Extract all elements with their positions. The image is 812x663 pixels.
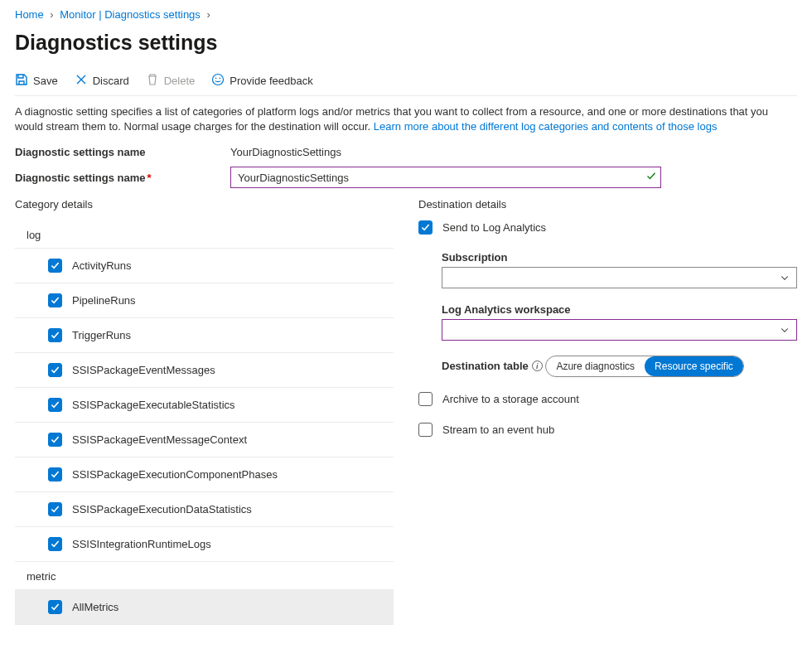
trash-icon [146,73,159,89]
learn-more-link[interactable]: Learn more about the different log categ… [374,120,718,133]
log-item-row: SSISPackageExecutionComponentPhases [15,457,394,492]
subscription-select[interactable] [442,267,797,288]
log-item-row: SSISPackageExecutionDataStatistics [15,492,394,527]
subscription-label: Subscription [442,251,507,264]
log-item-row: ActivityRuns [15,249,394,283]
log-item-label: ActivityRuns [72,259,132,272]
info-icon[interactable]: i [532,361,543,371]
log-item-row: SSISPackageExecutableStatistics [15,388,394,423]
svg-point-2 [220,78,221,80]
delete-button: Delete [146,73,196,89]
description: A diagnostic setting specifies a list of… [15,104,797,134]
name-value-readonly: YourDiagnosticSettings [230,146,341,158]
page-title: Diagnostics settings [15,31,797,55]
save-label: Save [33,75,58,87]
category-column: Category details log ActivityRunsPipelin… [15,198,394,625]
delete-label: Delete [164,75,196,87]
dest-table-label: Destination table [442,360,529,372]
save-icon [15,73,28,89]
close-icon [75,73,88,89]
checkbox[interactable] [48,537,62,551]
checkbox[interactable] [48,363,62,377]
destination-title: Destination details [418,198,797,211]
segment-azure-diagnostics[interactable]: Azure diagnostics [546,356,645,376]
archive-checkbox[interactable] [418,392,433,406]
save-button[interactable]: Save [15,73,58,89]
workspace-select[interactable] [442,319,797,341]
segment-resource-specific[interactable]: Resource specific [645,356,743,376]
archive-label: Archive to a storage account [442,393,579,405]
workspace-label: Log Analytics workspace [442,303,571,316]
log-item-row: SSISPackageEventMessages [15,353,394,388]
send-log-analytics-label: Send to Log Analytics [442,221,546,234]
checkbox[interactable] [48,328,62,342]
breadcrumb-monitor[interactable]: Monitor | Diagnostics settings [60,8,201,21]
log-item-row: SSISPackageEventMessageContext [15,423,394,457]
log-item-label: SSISPackageEventMessages [72,364,215,376]
metric-item-label: AllMetrics [72,601,118,613]
discard-label: Discard [93,75,129,87]
category-title: Category details [15,198,394,211]
feedback-button[interactable]: Provide feedback [211,73,312,89]
name-label-required: Diagnostic settings name* [15,172,230,184]
checkbox[interactable] [48,259,62,273]
svg-point-0 [213,75,224,85]
destination-column: Destination details Send to Log Analytic… [418,198,797,625]
name-input[interactable] [230,167,661,188]
log-item-row: PipelineRuns [15,283,394,318]
smile-icon [211,73,225,89]
send-log-analytics-checkbox[interactable] [418,220,433,235]
required-asterisk: * [147,172,151,184]
chevron-down-icon [780,273,790,283]
checkbox[interactable] [48,433,62,447]
breadcrumb: Home › Monitor | Diagnostics settings › [15,8,797,27]
checkbox[interactable] [48,293,62,307]
chevron-down-icon [780,325,790,335]
feedback-label: Provide feedback [230,75,312,87]
toolbar: Save Discard Delete Provide feedback [15,73,797,96]
log-item-label: TriggerRuns [72,329,131,341]
checkbox[interactable] [48,600,62,614]
chevron-right-icon: › [50,8,53,21]
log-item-row: SSISIntegrationRuntimeLogs [15,527,394,562]
metric-group-header: metric [15,562,394,590]
metric-item-row: AllMetrics [15,590,394,625]
checkbox[interactable] [48,467,62,482]
log-item-label: SSISPackageExecutionComponentPhases [72,468,278,481]
stream-checkbox[interactable] [418,423,433,437]
destination-table-toggle[interactable]: Azure diagnostics Resource specific [545,356,743,377]
stream-label: Stream to an event hub [442,423,554,436]
checkmark-icon [646,172,656,184]
name-label-readonly: Diagnostic settings name [15,146,230,158]
log-item-label: PipelineRuns [72,294,136,307]
log-group-header: log [15,220,394,249]
log-item-label: SSISPackageExecutionDataStatistics [72,503,252,515]
log-item-row: TriggerRuns [15,318,394,353]
discard-button[interactable]: Discard [75,73,129,89]
breadcrumb-home[interactable]: Home [15,8,44,21]
svg-point-1 [215,78,217,80]
log-item-label: SSISPackageEventMessageContext [72,433,247,446]
checkbox[interactable] [48,398,62,412]
checkbox[interactable] [48,502,62,516]
chevron-right-icon: › [206,8,210,21]
log-item-label: SSISIntegrationRuntimeLogs [72,538,211,550]
log-item-label: SSISPackageExecutableStatistics [72,399,235,411]
